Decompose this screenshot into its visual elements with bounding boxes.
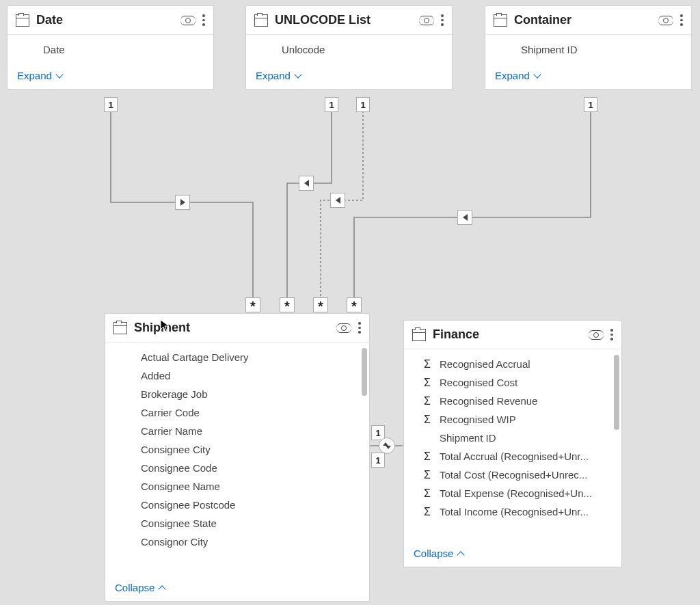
cardinality-one: 1 xyxy=(371,453,385,468)
filter-direction-both-icon[interactable] xyxy=(379,438,395,454)
card-title: Container xyxy=(514,13,651,27)
chevron-down-icon xyxy=(294,72,302,80)
card-body: Shipment ID xyxy=(485,35,691,63)
field-item[interactable]: Shipment ID xyxy=(485,40,691,59)
field-item[interactable]: ΣTotal Cost (Recognised+Unrec... xyxy=(404,466,614,484)
visibility-icon[interactable] xyxy=(589,330,604,340)
card-footer: Collapse xyxy=(404,541,621,567)
table-card-shipment[interactable]: Shipment Actual Cartage DeliveryAddedBro… xyxy=(105,313,370,602)
table-card-container[interactable]: Container Shipment ID Expand xyxy=(485,5,692,90)
cardinality-one: 1 xyxy=(356,97,370,112)
scrollbar[interactable] xyxy=(362,348,367,571)
field-item[interactable]: Unlocode xyxy=(246,40,452,59)
table-icon xyxy=(412,329,426,341)
sigma-icon: Σ xyxy=(420,506,434,518)
field-item[interactable]: Carrier Name xyxy=(105,422,362,440)
field-item[interactable]: ΣRecognised Accrual xyxy=(404,355,614,373)
field-item[interactable]: ΣRecognised Cost xyxy=(404,373,614,392)
kebab-menu-icon[interactable] xyxy=(358,322,361,334)
expand-button[interactable]: Expand xyxy=(17,70,64,81)
field-item[interactable]: Added xyxy=(105,366,362,385)
visibility-icon[interactable] xyxy=(180,16,196,25)
field-item[interactable]: Consignee Name xyxy=(105,477,362,496)
filter-direction-arrow[interactable] xyxy=(330,193,345,208)
field-item[interactable]: Consignee Postcode xyxy=(105,496,362,514)
kebab-menu-icon[interactable] xyxy=(441,14,444,26)
table-icon xyxy=(16,14,29,27)
table-card-finance[interactable]: Finance ΣRecognised AccrualΣRecognised C… xyxy=(403,320,622,567)
field-item[interactable]: ΣRecognised Revenue xyxy=(404,392,614,410)
card-body: ΣRecognised AccrualΣRecognised CostΣReco… xyxy=(404,349,621,541)
field-item[interactable]: Consignee Code xyxy=(105,459,362,477)
table-icon xyxy=(494,14,507,27)
card-body: Actual Cartage DeliveryAddedBrokerage Jo… xyxy=(105,342,369,575)
field-item[interactable]: Consignor City xyxy=(105,533,362,551)
chevron-down-icon xyxy=(533,72,541,80)
sigma-icon: Σ xyxy=(420,487,434,500)
card-header: Shipment xyxy=(105,314,369,342)
card-footer: Expand xyxy=(485,63,691,89)
field-item[interactable]: ΣTotal Accrual (Recognised+Unr... xyxy=(404,447,614,466)
table-icon xyxy=(254,14,268,27)
card-header: Finance xyxy=(404,321,621,349)
card-footer: Expand xyxy=(8,63,213,89)
visibility-icon[interactable] xyxy=(336,323,351,333)
scrollbar[interactable] xyxy=(614,355,619,537)
card-title: UNLOCODE List xyxy=(275,13,412,27)
sigma-icon: Σ xyxy=(420,469,434,481)
chevron-up-icon xyxy=(158,584,166,592)
field-item[interactable]: Shipment ID xyxy=(404,429,614,447)
collapse-button[interactable]: Collapse xyxy=(115,582,166,593)
kebab-menu-icon[interactable] xyxy=(610,329,613,340)
field-item[interactable]: Actual Cartage Delivery xyxy=(105,348,362,366)
table-icon xyxy=(113,322,127,334)
kebab-menu-icon[interactable] xyxy=(680,14,683,26)
card-header: Container xyxy=(485,6,691,35)
visibility-icon[interactable] xyxy=(658,16,673,25)
kebab-menu-icon[interactable] xyxy=(202,14,205,26)
field-item[interactable]: ΣTotal Income (Recognised+Unr... xyxy=(404,502,614,521)
field-item[interactable]: Date xyxy=(8,40,213,59)
card-body: Date xyxy=(8,35,213,63)
cardinality-one: 1 xyxy=(104,97,118,112)
filter-direction-arrow[interactable] xyxy=(175,195,190,210)
sigma-icon: Σ xyxy=(420,414,434,426)
cardinality-many: * xyxy=(280,297,295,312)
card-title: Shipment xyxy=(134,321,329,335)
table-card-unlocode[interactable]: UNLOCODE List Unlocode Expand xyxy=(245,5,453,90)
filter-direction-arrow[interactable] xyxy=(299,176,314,191)
card-footer: Expand xyxy=(246,63,452,89)
cardinality-many: * xyxy=(347,297,362,312)
collapse-button[interactable]: Collapse xyxy=(414,548,465,559)
scrollbar-thumb[interactable] xyxy=(614,355,619,430)
sigma-icon: Σ xyxy=(420,358,434,371)
visibility-icon[interactable] xyxy=(419,16,434,25)
expand-button[interactable]: Expand xyxy=(256,70,302,81)
sigma-icon: Σ xyxy=(420,395,434,407)
field-item[interactable]: Carrier Code xyxy=(105,403,362,422)
chevron-up-icon xyxy=(457,550,465,558)
card-title: Finance xyxy=(433,327,582,342)
cardinality-one: 1 xyxy=(584,97,597,112)
card-body: Unlocode xyxy=(246,35,452,63)
cardinality-many: * xyxy=(313,297,328,312)
sigma-icon: Σ xyxy=(420,451,434,463)
scrollbar-thumb[interactable] xyxy=(362,348,367,396)
cardinality-many: * xyxy=(245,297,260,312)
field-item[interactable]: ΣTotal Expense (Recognised+Un... xyxy=(404,484,614,502)
field-item[interactable]: ΣRecognised WIP xyxy=(404,410,614,429)
card-header: UNLOCODE List xyxy=(246,6,452,35)
field-item[interactable]: Consignee City xyxy=(105,440,362,459)
sigma-icon: Σ xyxy=(420,377,434,389)
field-item[interactable]: Consignee State xyxy=(105,514,362,533)
expand-button[interactable]: Expand xyxy=(495,70,541,81)
field-item[interactable]: Brokerage Job xyxy=(105,385,362,403)
card-footer: Collapse xyxy=(105,575,369,601)
card-header: Date xyxy=(8,6,213,35)
chevron-down-icon xyxy=(55,72,64,80)
card-title: Date xyxy=(36,13,174,27)
filter-direction-arrow[interactable] xyxy=(457,210,472,225)
table-card-date[interactable]: Date Date Expand xyxy=(7,5,214,90)
cardinality-one: 1 xyxy=(325,97,338,112)
